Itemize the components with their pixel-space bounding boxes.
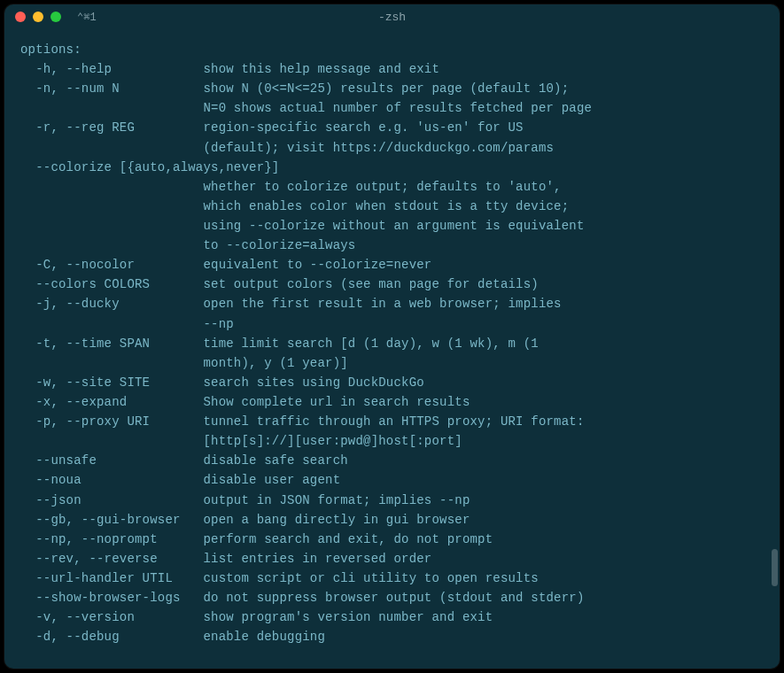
terminal-line: -x, --expand Show complete url in search… — [20, 392, 764, 412]
scrollbar-thumb[interactable] — [772, 549, 778, 586]
close-icon[interactable] — [15, 12, 26, 22]
terminal-line: -p, --proxy URI tunnel traffic through a… — [20, 412, 764, 431]
terminal-line: --colors COLORS set output colors (see m… — [20, 275, 764, 294]
terminal-line: whether to colorize output; defaults to … — [20, 177, 764, 197]
terminal-line: -w, --site SITE search sites using DuckD… — [20, 373, 764, 392]
maximize-icon[interactable] — [50, 12, 61, 22]
terminal-line: --colorize [{auto,always,never}] — [20, 158, 764, 177]
terminal-line: options: — [20, 40, 764, 59]
terminal-line: --show-browser-logs do not suppress brow… — [20, 588, 764, 607]
tab-label[interactable]: ⌃⌘1 — [77, 11, 97, 24]
terminal-line: --np, --noprompt perform search and exit… — [20, 530, 764, 549]
terminal-window: ⌃⌘1 -zsh options: -h, --help show this h… — [4, 4, 780, 669]
minimize-icon[interactable] — [33, 12, 43, 22]
terminal-line: which enables color when stdout is a tty… — [20, 197, 764, 216]
terminal-line: --noua disable user agent — [20, 470, 764, 490]
window-title: -zsh — [378, 11, 406, 24]
terminal-line: to --colorize=always — [20, 236, 764, 255]
terminal-line: N=0 shows actual number of results fetch… — [20, 98, 764, 118]
terminal-line: --rev, --reverse list entries in reverse… — [20, 549, 764, 569]
terminal-line: -n, --num N show N (0<=N<=25) results pe… — [20, 79, 764, 98]
terminal-line: --url-handler UTIL custom script or cli … — [20, 569, 764, 588]
terminal-line: -C, --nocolor equivalent to --colorize=n… — [20, 255, 764, 275]
terminal-line: -j, --ducky open the first result in a w… — [20, 294, 764, 313]
terminal-line: -h, --help show this help message and ex… — [20, 59, 764, 79]
terminal-line: -t, --time SPAN time limit search [d (1 … — [20, 334, 764, 353]
terminal-line: using --colorize without an argument is … — [20, 216, 764, 236]
terminal-line: --np — [20, 314, 764, 334]
terminal-line: --unsafe disable safe search — [20, 451, 764, 470]
terminal-line: -v, --version show program's version num… — [20, 607, 764, 627]
terminal-line: -d, --debug enable debugging — [20, 627, 764, 646]
terminal-line: (default); visit https://duckduckgo.com/… — [20, 138, 764, 158]
terminal-line: month), y (1 year)] — [20, 353, 764, 373]
terminal-output[interactable]: options: -h, --help show this help messa… — [4, 29, 780, 657]
traffic-lights — [15, 12, 61, 22]
terminal-line: --json output in JSON format; implies --… — [20, 491, 764, 510]
titlebar: ⌃⌘1 -zsh — [4, 4, 780, 29]
terminal-line: --gb, --gui-browser open a bang directly… — [20, 510, 764, 530]
terminal-line: -r, --reg REG region-specific search e.g… — [20, 118, 764, 137]
terminal-line: [http[s]://][user:pwd@]host[:port] — [20, 431, 764, 451]
